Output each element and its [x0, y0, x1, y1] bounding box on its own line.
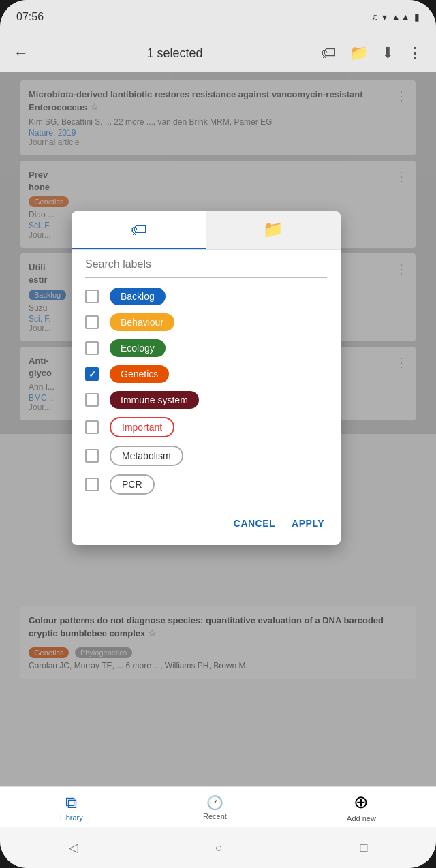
wifi-icon: ▾ — [382, 12, 387, 22]
label-badge-genetics[interactable]: Genetics — [110, 365, 169, 383]
label-badge-pcr[interactable]: PCR — [110, 474, 155, 495]
app-bar: ← 1 selected 🏷 📁 ⬇ ⋮ — [0, 34, 436, 72]
label-item-ecology: Ecology — [85, 335, 327, 361]
search-area — [72, 250, 341, 278]
label-item-metabolism: Metabolism — [85, 441, 327, 470]
checkbox-metabolism[interactable] — [85, 449, 99, 463]
nav-add-new[interactable]: ⊕ Add new — [347, 792, 376, 822]
folders-tab-icon: 📁 — [263, 220, 283, 239]
label-dialog: 🏷 📁 Backlog Behaviour Ecology — [72, 211, 341, 545]
label-item-genetics: Genetics — [85, 361, 327, 387]
system-nav-bar: ◁ ○ □ — [0, 827, 436, 868]
more-button[interactable]: ⋮ — [405, 42, 425, 65]
folder-button[interactable]: 📁 — [347, 42, 371, 65]
search-input[interactable] — [85, 253, 327, 276]
dialog-actions: CANCEL APPLY — [72, 504, 341, 545]
label-badge-behaviour[interactable]: Behaviour — [110, 313, 174, 331]
label-item-immune: Immune system — [85, 387, 327, 413]
labels-list: Backlog Behaviour Ecology Genetics Immun… — [72, 278, 341, 504]
label-badge-important[interactable]: Important — [110, 417, 174, 437]
add-new-icon: ⊕ — [354, 792, 369, 813]
checkbox-genetics[interactable] — [85, 367, 99, 381]
label-badge-backlog[interactable]: Backlog — [110, 288, 166, 305]
selected-count-title: 1 selected — [40, 46, 310, 61]
dialog-tabs: 🏷 📁 — [72, 211, 341, 250]
add-new-label: Add new — [347, 814, 376, 822]
cancel-button[interactable]: CANCEL — [231, 512, 278, 534]
label-item-behaviour: Behaviour — [85, 309, 327, 335]
download-button[interactable]: ⬇ — [379, 42, 396, 65]
back-button[interactable]: ← — [11, 42, 31, 65]
checkbox-ecology[interactable] — [85, 341, 99, 355]
signal-icon: ▲▲ — [391, 12, 410, 22]
label-item-important: Important — [85, 413, 327, 441]
system-back-button[interactable]: ◁ — [55, 835, 92, 861]
status-bar: 07:56 ♫ ▾ ▲▲ ▮ — [0, 0, 436, 34]
library-icon: ⧉ — [65, 793, 77, 812]
nav-recent[interactable]: 🕐 Recent — [203, 794, 227, 820]
bottom-navigation: ⧉ Library 🕐 Recent ⊕ Add new — [0, 786, 436, 827]
checkbox-backlog[interactable] — [85, 290, 99, 303]
recent-icon: 🕐 — [206, 794, 223, 811]
battery-icon: ▮ — [414, 12, 420, 22]
checkbox-behaviour[interactable] — [85, 315, 99, 329]
recent-label: Recent — [203, 812, 227, 820]
library-label: Library — [60, 813, 83, 822]
status-icons: ♫ ▾ ▲▲ ▮ — [371, 12, 420, 22]
labels-tab-icon: 🏷 — [131, 220, 147, 239]
status-time: 07:56 — [16, 11, 44, 23]
spotify-icon: ♫ — [371, 12, 379, 22]
label-item-backlog: Backlog — [85, 283, 327, 309]
label-item-pcr: PCR — [85, 470, 327, 499]
checkbox-pcr[interactable] — [85, 478, 99, 491]
tab-folders[interactable]: 📁 — [206, 211, 341, 249]
label-button[interactable]: 🏷 — [318, 42, 339, 65]
label-badge-metabolism[interactable]: Metabolism — [110, 446, 183, 466]
system-home-button[interactable]: ○ — [202, 835, 236, 861]
label-badge-immune[interactable]: Immune system — [110, 391, 199, 409]
checkbox-important[interactable] — [85, 420, 99, 434]
nav-library[interactable]: ⧉ Library — [60, 793, 83, 822]
checkbox-immune[interactable] — [85, 393, 99, 407]
apply-button[interactable]: APPLY — [289, 512, 327, 534]
system-recents-button[interactable]: □ — [346, 835, 381, 861]
label-badge-ecology[interactable]: Ecology — [110, 339, 166, 357]
tab-labels[interactable]: 🏷 — [72, 211, 206, 249]
